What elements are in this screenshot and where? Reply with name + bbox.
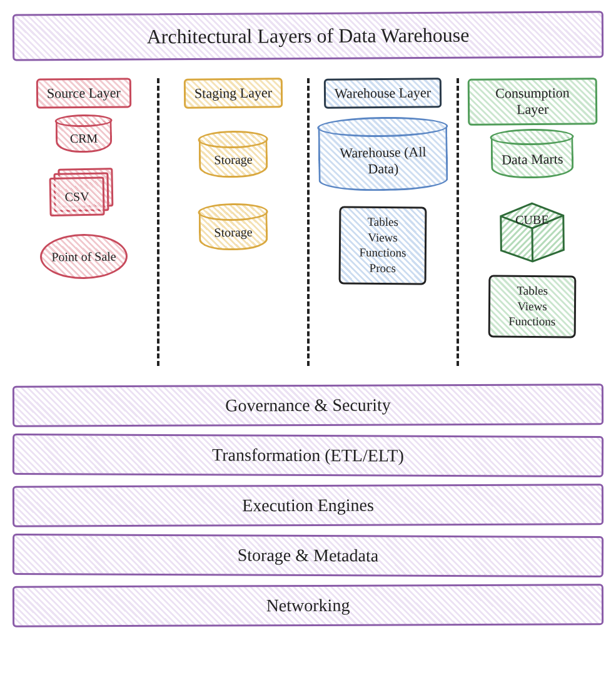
source-pos-label: Point of Sale — [51, 250, 116, 264]
source-pos-ellipse: Point of Sale — [39, 234, 128, 280]
staging-storage-1-label: Storage — [214, 153, 252, 167]
foundation-layers: Governance & Security Transformation (ET… — [13, 385, 603, 626]
staging-storage-2-label: Storage — [214, 225, 252, 240]
warehouse-layer-header-text: Warehouse Layer — [335, 84, 431, 101]
consumption-objects-box: Tables Views Functions — [488, 275, 577, 338]
staging-storage-1: Storage — [198, 140, 268, 179]
consumption-cube-label: CUBE — [515, 213, 549, 227]
warehouse-main-label: Warehouse (All Data) — [340, 144, 426, 177]
warehouse-objects-box: Tables Views Functions Procs — [339, 206, 427, 285]
consumption-datamarts-cylinder: Data Marts — [491, 137, 574, 179]
consumption-cube: CUBE — [492, 193, 573, 263]
diagram-title: Architectural Layers of Data Warehouse — [13, 11, 603, 61]
staging-layer-column: Staging Layer Storage Storage — [162, 78, 304, 366]
source-layer-header-text: Source Layer — [47, 84, 121, 101]
source-csv-label: CSV — [64, 190, 89, 205]
source-csv-sheets: CSV — [49, 168, 118, 219]
foundation-governance-security: Governance & Security — [13, 383, 603, 427]
column-divider-2 — [307, 78, 310, 366]
source-crm-label: CRM — [69, 131, 98, 146]
consumption-layer-header: Consumption Layer — [467, 78, 597, 126]
staging-layer-header: Staging Layer — [184, 78, 283, 109]
source-layer-header: Source Layer — [36, 78, 131, 109]
warehouse-main-cylinder: Warehouse (All Data) — [318, 126, 448, 192]
warehouse-layer-header: Warehouse Layer — [324, 78, 442, 109]
svg-line-3 — [532, 228, 533, 261]
foundation-execution-engines: Execution Engines — [13, 484, 603, 527]
column-divider-1 — [157, 78, 159, 366]
consumption-layer-column: Consumption Layer Data Marts CUBE Ta — [462, 78, 603, 366]
foundation-networking: Networking — [13, 584, 603, 627]
source-crm-cylinder: CRM — [55, 121, 112, 153]
foundation-transformation: Transformation (ETL/ELT) — [13, 434, 603, 477]
layer-columns: Source Layer CRM CSV Point of Sale Stagi… — [13, 78, 603, 366]
warehouse-layer-column: Warehouse Layer Warehouse (All Data) Tab… — [312, 78, 454, 366]
consumption-datamarts-label: Data Marts — [502, 151, 563, 167]
column-divider-3 — [457, 78, 459, 366]
source-layer-column: Source Layer CRM CSV Point of Sale — [13, 78, 154, 366]
foundation-storage-metadata: Storage & Metadata — [13, 534, 603, 577]
staging-storage-2: Storage — [198, 212, 268, 251]
warehouse-objects-label: Tables Views Functions Procs — [359, 215, 406, 275]
staging-layer-header-text: Staging Layer — [194, 84, 272, 101]
consumption-objects-label: Tables Views Functions — [509, 284, 556, 328]
consumption-layer-header-text: Consumption Layer — [495, 84, 570, 117]
